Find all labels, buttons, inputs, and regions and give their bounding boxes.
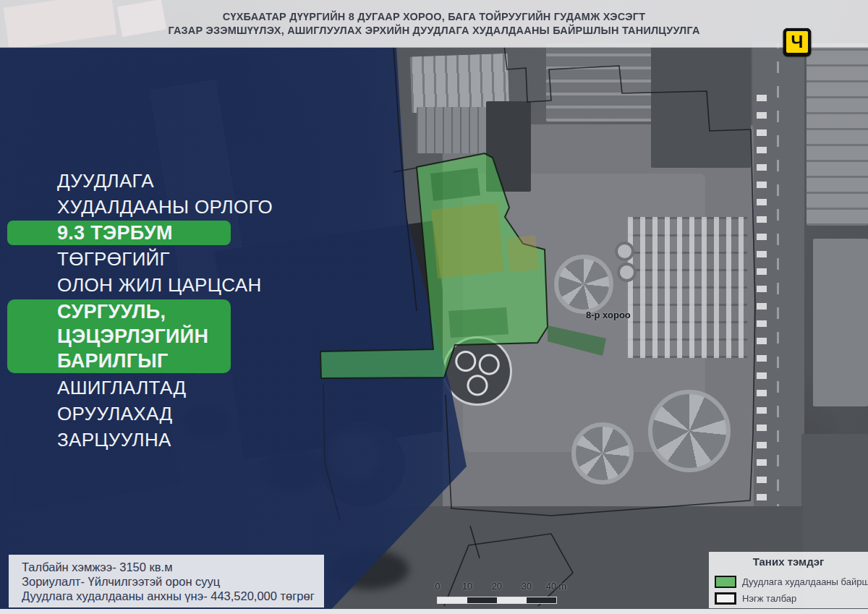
scale-tick: 10 [453, 581, 482, 592]
headline-line: ОРУУЛАХАД [7, 401, 311, 427]
scale-tick: 0 [423, 581, 452, 592]
map-building [813, 239, 868, 406]
scale-bar-segments [438, 597, 556, 603]
headline-line: ДУУДЛАГА [7, 168, 311, 194]
map-building [417, 107, 492, 153]
map-garden-circle-small [617, 263, 637, 282]
info-purpose: Зориулалт- Үйлчилгээтэй орон сууц [22, 574, 317, 589]
map-building [546, 43, 653, 121]
bottom-margin-strip [0, 609, 868, 614]
map-garden-circle [571, 422, 634, 485]
headline-line: ОЛОН ЖИЛ ЦАРЦСАН [7, 272, 311, 298]
scale-segment [497, 597, 527, 603]
logo-tile-ch: Ч [783, 28, 811, 56]
headline-block: ДУУДЛАГА ХУДАЛДААНЫ ОРЛОГО 9.3 ТЭРБУМ ТӨ… [7, 168, 311, 453]
scale-tick: 40 m [542, 581, 571, 592]
infographic-poster: 8-р хороо СҮХБААТАР ДҮҮРГИЙН 8 ДУГААР ХО… [0, 0, 868, 614]
headline-highlight: ЦЭЦЭРЛЭГИЙН [7, 324, 231, 349]
headline-highlight: БАРИЛГЫГ [7, 349, 231, 373]
headline-highlight: СУРГУУЛЬ, [7, 299, 231, 324]
legend-swatch-white [715, 592, 736, 605]
map-building [651, 43, 751, 168]
map-scale-bar: 0 10 20 30 40 m [431, 581, 564, 607]
header-title-line2: ГАЗАР ЭЗЭМШҮҮЛЭХ, АШИГЛУУЛАХ ЭРХИЙН ДУУД… [0, 24, 868, 38]
legend-label: Нэгж талбар [742, 593, 796, 604]
map-garden-circle [554, 255, 613, 314]
parcel-info-box: Талбайн хэмжээ- 3150 кв.м Зориулалт- Үйл… [9, 555, 324, 607]
legend-item-auction-location: Дуудлага худалдааны байршил [715, 575, 867, 589]
scale-segment [438, 597, 467, 603]
info-starting-price: Дуудлага худалдааны анхны үнэ- 443,520,0… [22, 589, 317, 603]
headline-line: ЗАРЦУУЛНА [7, 427, 311, 453]
scale-tick: 30 [512, 581, 541, 592]
info-area-size: Талбайн хэмжээ- 3150 кв.м [22, 560, 317, 574]
map-flowerbed-circle [443, 336, 512, 406]
legend-label: Дуудлага худалдааны байршил [742, 576, 868, 587]
headline-line: ХУДАЛДААНЫ ОРЛОГО [7, 194, 311, 220]
district-label: 8-р хороо [586, 310, 631, 320]
scale-segment [467, 597, 497, 603]
header-band: СҮХБААТАР ДҮҮРГИЙН 8 ДУГААР ХОРОО, БАГА … [0, 0, 868, 48]
header-title-line1: СҮХБААТАР ДҮҮРГИЙН 8 ДУГААР ХОРОО, БАГА … [0, 10, 868, 24]
legend-item-unit-parcel: Нэгж талбар [715, 592, 867, 606]
map-legend: Таних тэмдэг Дуудлага худалдааны байршил… [709, 552, 868, 608]
headline-line: АШИГЛАЛТАД [7, 375, 311, 401]
map-garden-circle-small [615, 242, 634, 261]
scale-tick: 20 [482, 581, 511, 592]
map-garden-circle [648, 390, 731, 472]
headline-line: ТӨГРӨГИЙГ [7, 246, 311, 272]
tovch-logo: Т О В Ч [783, 28, 845, 90]
headline-highlight: 9.3 ТЭРБУМ [7, 221, 231, 245]
legend-title: Таних тэмдэг [709, 555, 868, 568]
map-parked-cars [757, 87, 767, 535]
scale-segment [527, 597, 556, 603]
legend-swatch-green [715, 576, 736, 588]
map-parking-lot [628, 217, 747, 358]
map-building [486, 101, 531, 192]
